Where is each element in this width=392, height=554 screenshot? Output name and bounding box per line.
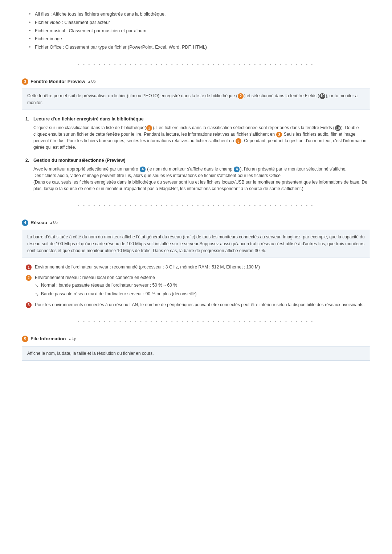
item-2-text1: Avec le moniteur approprié sélectionné p… — [33, 167, 139, 172]
section-5: 5 File Information ▲Up Affiche le nom, l… — [22, 335, 370, 361]
arrow-icon-2: ↘ — [35, 291, 39, 298]
section-5-info-box: Affiche le nom, la date, la taille et la… — [22, 346, 370, 361]
divider-2: • • • • • • • • • • • • • • • • • • • • … — [22, 203, 370, 208]
badge-4-1: 4 — [140, 167, 146, 172]
sub-bullet-2: ↘ Bande passante réseau maxi de l'ordina… — [35, 291, 197, 298]
item-2-text5: (Dans ce cas, seuls les fichiers enregis… — [33, 180, 367, 191]
up-arrow-4: ▲Up — [49, 220, 58, 225]
info-text-2: ) et sélectionné dans la fenêtre Fields … — [244, 93, 319, 98]
section-5-info-text: Affiche le nom, la date, la taille et la… — [27, 351, 154, 356]
sub-label-2: Bande passante réseau maxi de l'ordinate… — [41, 291, 197, 297]
section-5-header: 5 File Information ▲Up — [22, 335, 370, 342]
network-bullet-1: 1 Environnement de l'ordinateur serveur … — [25, 264, 370, 271]
section-3: 3 Fenêtre Monitor Preview ▲Up Cette fenê… — [22, 78, 370, 192]
up-arrow-3: ▲Up — [87, 79, 96, 84]
item-2-text4: Des fichiers audio, vidéo et image peuve… — [33, 173, 282, 178]
section-4: 4 Réseau ▲Up La barre d'état située à cô… — [22, 219, 370, 308]
badge-10-1: 10 — [319, 93, 325, 99]
badge-2-2: 2 — [146, 125, 152, 131]
badge-4-2: 4 — [234, 167, 240, 172]
bullet-item-5: Fichier Office : Classement par type de … — [29, 44, 370, 51]
info-text-1: Cette fenêtre permet soit de prévisualis… — [27, 93, 237, 98]
section-5-title: File Information — [30, 335, 66, 342]
badge-3-1: 3 — [276, 132, 282, 138]
section-3-up-link[interactable]: ▲Up — [87, 79, 96, 84]
item-2-title: Gestion du moniteur sélectionné (Preview… — [33, 157, 370, 164]
section-3-header: 3 Fenêtre Monitor Preview ▲Up — [22, 78, 370, 85]
divider-1: • • • • • • • • • • • • • • • • • • • • … — [22, 62, 370, 67]
section-4-up-link[interactable]: ▲Up — [49, 220, 58, 225]
up-arrow-5: ▲Up — [68, 336, 77, 342]
section-3-info-box: Cette fenêtre permet soit de prévisualis… — [22, 89, 370, 110]
network-badge-2: 2 — [26, 275, 32, 281]
sub-bullet-1: ↘ Normal : bande passante réseau de l'or… — [35, 282, 197, 289]
item-1-title: Lecture d'un fichier enregistré dans la … — [33, 116, 370, 123]
bullet-item-1: All files : Affiche tous les fichiers en… — [29, 11, 370, 18]
sub-label-1: Normal : bande passante réseau de l'ordi… — [41, 282, 177, 289]
arrow-icon-1: ↘ — [35, 282, 39, 289]
network-bullet-3: 3 Pour les environnements connectés à un… — [25, 301, 370, 308]
network-text-3: Pour les environnements connectés à un r… — [35, 301, 365, 308]
bullet-item-4: Fichier image — [29, 36, 370, 42]
item-2-text3: ), l'écran présenté par le moniteur séle… — [240, 167, 346, 172]
section-4-title: Réseau — [30, 219, 47, 226]
bullet-item-2: Fichier vidéo : Classement par acteur — [29, 19, 370, 26]
badge-2-1: 2 — [238, 93, 244, 99]
network-line1: Environnement réseau : réseau local non … — [35, 275, 155, 280]
section-5-number: 5 — [22, 336, 28, 342]
section-3-item-2: Gestion du moniteur sélectionné (Preview… — [25, 157, 370, 192]
network-bullet-2: 2 Environnement réseau : réseau local no… — [25, 274, 370, 298]
section-4-number: 4 — [22, 219, 28, 226]
network-badge-1: 1 — [26, 264, 32, 270]
item-1-text1: Cliquez sur une classification dans la l… — [33, 125, 146, 130]
section-3-list: Lecture d'un fichier enregistré dans la … — [22, 116, 370, 192]
network-badge-3: 3 — [26, 302, 32, 308]
network-content-2: Environnement réseau : réseau local non … — [35, 274, 197, 298]
item-1-text2: ). Les fichiers inclus dans la classific… — [152, 125, 335, 130]
bullet-item-3: Fichier musical : Classement par musicie… — [29, 28, 370, 34]
section-3-number: 3 — [22, 78, 28, 85]
divider-3: • • • • • • • • • • • • • • • • • • • • … — [22, 319, 370, 324]
section-5-up-link[interactable]: ▲Up — [68, 336, 77, 342]
section-3-title: Fenêtre Monitor Preview — [30, 78, 85, 85]
top-bullet-list: All files : Affiche tous les fichiers en… — [22, 11, 370, 51]
badge-3-2: 3 — [236, 138, 241, 144]
network-text-1: Environnement de l'ordinateur serveur : … — [35, 264, 260, 271]
item-2-text2: (le nom du moniteur s'affiche dans le ch… — [146, 167, 234, 172]
section-3-item-1: Lecture d'un fichier enregistré dans la … — [25, 116, 370, 151]
network-bullets: 1 Environnement de l'ordinateur serveur … — [22, 264, 370, 308]
section-4-info-box: La barre d'état située à côté du nom du … — [22, 230, 370, 258]
section-4-header: 4 Réseau ▲Up — [22, 219, 370, 226]
badge-10-2: 10 — [335, 125, 341, 131]
section-4-info-text: La barre d'état située à côté du nom du … — [27, 234, 365, 253]
